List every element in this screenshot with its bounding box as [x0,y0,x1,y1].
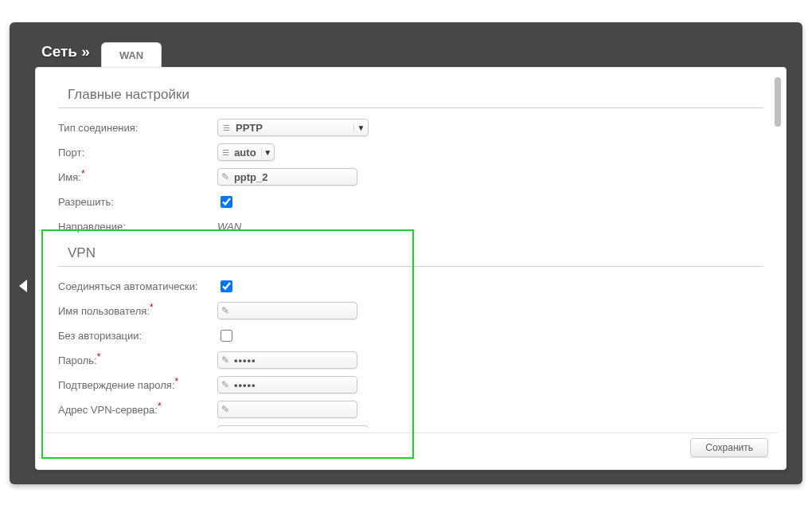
label-direction: Направление: [58,221,217,233]
label-name: Имя:* [58,171,217,183]
input-name-field[interactable] [232,171,357,183]
row-allow: Разрешить: [58,190,763,213]
row-vpn-password: Пароль:* [58,349,763,371]
row-name: Имя:* [58,166,763,188]
input-vpn-server-field[interactable] [232,404,357,416]
checkbox-vpn-auto[interactable] [221,280,232,292]
input-vpn-password2[interactable] [217,376,357,393]
required-marker: * [150,301,154,312]
row-vpn-enc: Шифрование: Без шифрования ▼ [58,423,763,428]
viewport: Сеть » WAN Главные настройки Тип соедине… [0,0,812,505]
checkbox-vpn-noauth[interactable] [221,330,232,342]
label-vpn-auto: Соединяться автоматически: [58,280,217,292]
list-icon [218,147,232,157]
scrollbar-thumb[interactable] [775,77,781,127]
required-marker: * [81,167,85,178]
required-marker: * [175,375,179,386]
pencil-icon [218,379,232,390]
pencil-icon [218,305,232,316]
input-vpn-password[interactable] [217,351,357,369]
required-marker: * [97,350,101,362]
value-direction: WAN [217,221,241,233]
row-port: Порт: auto ▼ [58,141,763,163]
label-vpn-password2: Подтверждение пароля:* [58,379,217,391]
label-port: Порт: [58,147,217,159]
chevron-down-icon: ▼ [261,148,274,157]
row-vpn-user: Имя пользователя:* [58,299,763,322]
label-vpn-user-text: Имя пользователя: [58,305,150,317]
row-direction: Направление: WAN [58,215,763,237]
app-chrome: Сеть » WAN Главные настройки Тип соедине… [10,22,802,484]
input-name[interactable] [217,168,357,186]
row-vpn-password2: Подтверждение пароля:* [58,374,763,396]
input-vpn-password2-field[interactable] [232,379,357,391]
content-panel: Главные настройки Тип соединения: PPTP ▼… [35,67,787,470]
list-icon [218,123,234,132]
save-button[interactable]: Сохранить [690,438,768,457]
breadcrumb[interactable]: Сеть » [41,43,98,67]
pencil-icon [218,171,232,182]
sidebar-expand-arrow[interactable] [19,280,27,292]
select-connection-type[interactable]: PPTP ▼ [217,119,369,136]
tab-wan[interactable]: WAN [101,42,162,68]
chevron-down-icon: ▼ [353,123,368,132]
row-vpn-noauth: Без авторизации: [58,324,763,346]
label-vpn-password2-text: Подтверждение пароля: [58,379,175,391]
content-scroll: Главные настройки Тип соединения: PPTP ▼… [58,79,763,428]
footer: Сохранить [44,433,778,461]
label-vpn-noauth: Без авторизации: [58,330,217,342]
label-vpn-password: Пароль:* [58,354,217,366]
label-vpn-password-text: Пароль: [58,354,97,366]
label-vpn-user: Имя пользователя:* [58,305,217,317]
row-vpn-auto: Соединяться автоматически: [58,275,763,297]
label-allow: Разрешить: [58,196,217,208]
label-connection-type: Тип соединения: [58,122,217,134]
checkbox-allow[interactable] [221,196,232,208]
select-connection-type-value: PPTP [234,122,353,134]
input-vpn-user[interactable] [217,302,357,319]
label-vpn-server: Адрес VPN-сервера:* [58,404,217,416]
required-marker: * [158,400,162,411]
input-vpn-server[interactable] [217,401,357,418]
label-name-text: Имя: [58,171,81,183]
label-vpn-server-text: Адрес VPN-сервера: [58,404,158,416]
input-vpn-user-field[interactable] [232,305,357,317]
row-vpn-server: Адрес VPN-сервера:* [58,398,763,421]
header: Сеть » WAN [41,40,162,67]
section-title-main: Главные настройки [58,82,763,108]
pencil-icon [218,354,232,366]
scrollbar[interactable] [775,77,781,428]
select-port[interactable]: auto ▼ [217,143,275,161]
select-vpn-enc[interactable]: Без шифрования ▼ [217,425,369,428]
row-connection-type: Тип соединения: PPTP ▼ [58,116,763,139]
section-title-vpn: VPN [58,241,763,267]
select-port-value: auto [232,147,260,159]
input-vpn-password-field[interactable] [232,354,357,366]
pencil-icon [218,404,232,415]
